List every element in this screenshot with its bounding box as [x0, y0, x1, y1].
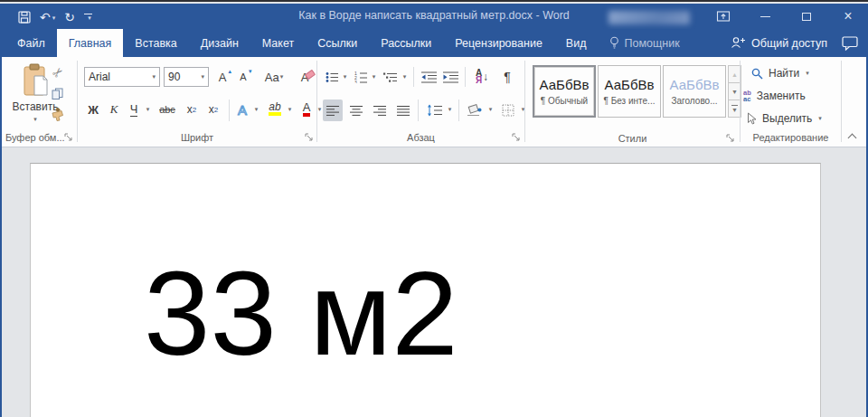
comments-icon[interactable] [842, 36, 859, 51]
increase-indent-button[interactable] [440, 67, 460, 87]
svg-text:3: 3 [354, 80, 357, 84]
font-size-combobox[interactable]: 90▾ [164, 67, 209, 87]
document-page[interactable]: 33 м2 [30, 163, 821, 417]
paragraph-dialog-launcher-icon[interactable] [512, 133, 521, 142]
tab-home[interactable]: Главная [57, 29, 124, 57]
maximize-button[interactable] [794, 6, 819, 26]
font-dialog-launcher-icon[interactable] [305, 133, 314, 142]
select-caret-icon: ▾ [818, 115, 822, 122]
tab-layout[interactable]: Макет [250, 29, 306, 57]
bullets-caret[interactable]: ▾ [340, 67, 349, 87]
text-effects-caret[interactable]: ▾ [251, 100, 260, 119]
text-highlight-caret[interactable]: ▾ [285, 100, 294, 119]
find-button[interactable]: Найти ▾ [751, 67, 809, 80]
find-caret-icon: ▾ [806, 70, 809, 77]
tab-mailings[interactable]: Рассылки [369, 29, 443, 57]
font-color-button[interactable]: А [298, 99, 315, 118]
style-heading1[interactable]: АаБбВв Заголово... [663, 65, 726, 118]
underline-caret[interactable]: ▾ [142, 100, 153, 119]
clipboard-paste-icon [22, 63, 49, 98]
justify-button[interactable] [393, 100, 413, 121]
cursor-arrow-icon [747, 112, 757, 125]
change-case-button[interactable]: Aa▾ [260, 67, 288, 87]
line-spacing-button[interactable] [423, 100, 445, 121]
numbering-caret[interactable]: ▾ [369, 67, 378, 87]
document-text[interactable]: 33 м2 [144, 254, 458, 374]
collapse-ribbon-icon[interactable] [848, 134, 857, 139]
copy-icon[interactable] [52, 88, 63, 100]
word-window: ↶▾ ↻ ▾ Как в Ворде написать квадратный м… [0, 0, 868, 417]
font-group-label: Шрифт [78, 132, 316, 143]
close-button[interactable]: × [835, 6, 861, 26]
chevron-down-icon: ▾ [201, 73, 204, 81]
select-button[interactable]: Выделить ▾ [747, 112, 822, 125]
shrink-font-button[interactable]: А▼ [236, 67, 256, 87]
tab-review[interactable]: Рецензирование [443, 29, 554, 57]
subscript-button[interactable]: x2 [183, 100, 201, 119]
grow-font-button[interactable]: А▲ [215, 67, 235, 87]
strikethrough-button[interactable]: abc [156, 100, 179, 119]
align-center-button[interactable] [346, 100, 366, 121]
cut-icon[interactable]: ✂ [49, 63, 67, 81]
show-paragraph-marks-button[interactable]: ¶ [497, 65, 517, 89]
paragraph-group-label: Абзац [317, 132, 524, 143]
decrease-indent-button[interactable] [419, 67, 439, 87]
tab-references[interactable]: Ссылки [306, 29, 369, 57]
align-right-button[interactable] [370, 100, 390, 121]
shading-button[interactable] [464, 100, 486, 121]
styles-dialog-launcher-icon[interactable] [726, 134, 735, 143]
tab-file[interactable]: Файл [5, 29, 57, 57]
tab-design[interactable]: Дизайн [189, 29, 250, 57]
italic-button[interactable]: К [107, 100, 121, 119]
document-area[interactable]: 33 м2 [0, 148, 868, 417]
share-button[interactable]: Общий доступ [731, 36, 827, 50]
shading-caret[interactable]: ▾ [486, 100, 495, 119]
text-highlight-button[interactable]: ab [265, 99, 285, 118]
tab-view[interactable]: Вид [554, 29, 599, 57]
ribbon-tab-row: Файл Главная Вставка Дизайн Макет Ссылки… [0, 29, 868, 57]
style-normal[interactable]: АаБбВв ¶ Обычный [533, 65, 596, 118]
underline-button[interactable]: Ч [127, 100, 141, 119]
paste-caret-icon: ▾ [33, 116, 37, 123]
chevron-down-icon: ▾ [152, 73, 156, 81]
person-plus-icon [731, 36, 746, 50]
line-spacing-caret[interactable]: ▾ [445, 100, 454, 119]
format-painter-icon[interactable] [51, 108, 64, 121]
ribbon: Вставить ▾ ✂ Буфер обм... [0, 57, 868, 147]
titlebar: ↶▾ ↻ ▾ Как в Ворде написать квадратный м… [0, 4, 868, 29]
clipboard-group-label: Буфер обм... [5, 132, 65, 143]
clear-formatting-button[interactable]: А [295, 67, 315, 87]
sort-button[interactable]: АЯ ↓ [470, 65, 494, 89]
window-controls: × [711, 5, 861, 27]
clipboard-dialog-launcher-icon[interactable] [64, 133, 73, 142]
superscript-button[interactable]: x2 [204, 100, 222, 119]
tab-assistant[interactable]: Помощник [598, 29, 691, 57]
style-no-spacing[interactable]: АаБбВв ¶ Без инте... [598, 65, 661, 118]
numbering-button[interactable]: 123 [353, 67, 369, 87]
window-left-edge [0, 57, 2, 417]
tab-insert[interactable]: Вставка [123, 29, 188, 57]
replace-icon: abac [743, 90, 751, 102]
ribbon-display-options-button[interactable] [711, 6, 736, 26]
lightbulb-icon [609, 36, 619, 50]
minimize-button[interactable] [752, 6, 778, 26]
styles-group-label: Стили [525, 133, 740, 144]
multilevel-caret[interactable]: ▾ [400, 67, 409, 87]
borders-button[interactable] [498, 100, 518, 121]
align-left-button[interactable] [323, 100, 343, 121]
bold-button[interactable]: Ж [85, 100, 101, 119]
group-styles: АаБбВв ¶ Обычный АаБбВв ¶ Без инте... Аа… [525, 57, 740, 147]
replace-button[interactable]: abac Заменить [743, 90, 806, 102]
redacted-account-name [609, 11, 690, 24]
editing-group-label: Редактирование [741, 132, 841, 143]
font-family-combobox[interactable]: Arial▾ [84, 67, 160, 87]
text-effects-button[interactable]: А [233, 100, 251, 119]
bullets-button[interactable] [324, 67, 340, 87]
search-icon [751, 68, 763, 80]
multilevel-list-button[interactable] [382, 67, 400, 87]
